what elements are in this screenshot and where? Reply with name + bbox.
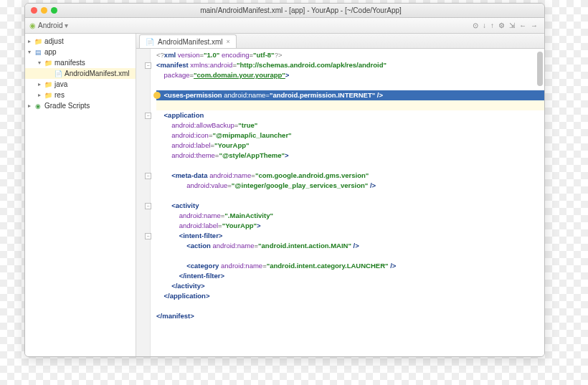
tree-item-androidmanifest-xml[interactable]: 📄AndroidManifest.xml: [25, 68, 136, 79]
code-line[interactable]: android:value="@integer/google_play_serv…: [156, 181, 544, 191]
fold-icon[interactable]: −: [145, 113, 151, 119]
close-tab-icon[interactable]: ×: [227, 38, 230, 45]
code-line[interactable]: [156, 80, 544, 90]
tree-arrow-icon[interactable]: ▸: [38, 81, 44, 87]
code-line[interactable]: − <activity: [156, 201, 544, 211]
fold-icon[interactable]: −: [145, 173, 151, 179]
tree-item-label: manifests: [54, 59, 85, 67]
tree-item-manifests[interactable]: ▾📁manifests: [25, 57, 136, 68]
window-title: main/AndroidManifest.xml - [app] - YourA…: [63, 6, 539, 14]
module-icon: ▤: [34, 48, 42, 56]
project-view-selector[interactable]: ◉ Android ▾: [29, 22, 68, 29]
tree-item-label: Gradle Scripts: [44, 102, 90, 110]
tree-item-app[interactable]: ▾▤app: [25, 47, 136, 57]
folder-icon: 📁: [44, 91, 52, 99]
code-line[interactable]: android:label="YourApp">: [156, 221, 544, 231]
tree-item-label: AndroidManifest.xml: [65, 70, 130, 77]
code-line[interactable]: [156, 161, 544, 171]
file-icon: 📄: [146, 38, 154, 46]
code-line[interactable]: − <meta-data android:name="com.google.an…: [156, 171, 544, 181]
minimize-button[interactable]: [41, 7, 47, 14]
tree-item-label: app: [44, 48, 57, 56]
scrollbar-thumb[interactable]: [537, 52, 543, 86]
folder-icon: 📁: [44, 80, 52, 88]
toolbar-icon[interactable]: →: [531, 22, 538, 29]
folder-icon: 📁: [34, 37, 42, 45]
code-line[interactable]: <uses-permission android:name="android.p…: [156, 90, 544, 100]
gradle-icon: ◉: [34, 102, 42, 110]
code-line[interactable]: −<manifest xmlns:android="http://schemas…: [156, 60, 544, 70]
fold-icon[interactable]: −: [145, 62, 151, 69]
android-icon: ◉: [29, 22, 36, 29]
tab-label: AndroidManifest.xml: [158, 38, 223, 46]
chevron-down-icon: ▾: [65, 22, 68, 29]
tree-arrow-icon[interactable]: ▸: [28, 38, 34, 44]
toolbar-icon[interactable]: ⚙: [498, 22, 505, 29]
code-line[interactable]: android:name=".MainActivity": [156, 211, 544, 221]
code-line[interactable]: android:theme="@style/AppTheme">: [156, 151, 544, 161]
fold-icon[interactable]: −: [145, 233, 151, 239]
fold-icon[interactable]: −: [145, 203, 151, 209]
tree-item-java[interactable]: ▸📁java: [25, 79, 136, 90]
code-line[interactable]: android:allowBackup="true": [156, 120, 544, 130]
code-line[interactable]: android:label="YourApp": [156, 141, 544, 151]
code-line[interactable]: − <application: [156, 110, 544, 120]
tree-item-adjust[interactable]: ▸📁adjust: [25, 36, 136, 47]
code-line[interactable]: <category android:name="android.intent.c…: [156, 261, 544, 271]
project-tree[interactable]: ▸📁adjust▾▤app▾📁manifests📄AndroidManifest…: [25, 34, 136, 356]
window-titlebar[interactable]: main/AndroidManifest.xml - [app] - YourA…: [25, 4, 544, 18]
ide-window: main/AndroidManifest.xml - [app] - YourA…: [24, 3, 545, 357]
tree-arrow-icon[interactable]: ▸: [38, 92, 44, 98]
code-line[interactable]: [156, 301, 544, 311]
code-line[interactable]: − <intent-filter>: [156, 231, 544, 241]
editor-tab[interactable]: 📄 AndroidManifest.xml ×: [139, 34, 237, 48]
code-line[interactable]: <action android:name="android.intent.act…: [156, 241, 544, 251]
code-line[interactable]: </intent-filter>: [156, 271, 544, 281]
code-line[interactable]: android:icon="@mipmap/ic_launcher": [156, 130, 544, 141]
close-button[interactable]: [31, 7, 37, 14]
tree-item-label: java: [54, 80, 67, 88]
lightbulb-icon[interactable]: [153, 92, 161, 99]
editor-pane: 📄 AndroidManifest.xml × <?xml version="1…: [136, 34, 544, 356]
code-line[interactable]: [156, 100, 544, 110]
toolbar-icon[interactable]: ↓: [483, 22, 486, 29]
project-view-label: Android: [38, 22, 62, 29]
code-line[interactable]: <?xml version="1.0" encoding="utf-8"?>: [156, 50, 544, 60]
tree-item-label: res: [54, 91, 65, 99]
code-line[interactable]: </activity>: [156, 281, 544, 291]
editor-tabbar: 📄 AndroidManifest.xml ×: [136, 34, 544, 49]
toolbar-icon[interactable]: ⊙: [473, 22, 478, 29]
tree-arrow-icon[interactable]: ▸: [28, 103, 34, 109]
toolbar-icon[interactable]: ⇲: [509, 22, 515, 29]
tree-arrow-icon[interactable]: ▾: [28, 49, 34, 55]
file-icon: 📄: [54, 70, 62, 77]
tree-arrow-icon[interactable]: ▾: [38, 60, 44, 66]
maximize-button[interactable]: [51, 7, 57, 14]
folder-icon: 📁: [44, 59, 52, 67]
toolbar-icons: ⊙↓↑⚙⇲←→: [470, 22, 540, 29]
code-line[interactable]: </application>: [156, 291, 544, 301]
traffic-lights: [31, 7, 57, 14]
tree-item-label: adjust: [44, 37, 64, 45]
code-line[interactable]: [156, 251, 544, 261]
code-line[interactable]: </manifest>: [156, 311, 544, 321]
tree-item-gradle-scripts[interactable]: ▸◉Gradle Scripts: [25, 100, 136, 111]
scrollbar-vertical[interactable]: [537, 52, 543, 347]
toolbar-icon[interactable]: ↑: [490, 22, 494, 29]
code-area[interactable]: <?xml version="1.0" encoding="utf-8"?>−<…: [151, 49, 544, 356]
tree-item-res[interactable]: ▸📁res: [25, 90, 136, 100]
toolbar-icon[interactable]: ←: [519, 22, 526, 29]
project-toolbar: ◉ Android ▾ ⊙↓↑⚙⇲←→: [25, 18, 544, 34]
code-line[interactable]: package="com.domain.your.yourapp">: [156, 70, 544, 80]
code-line[interactable]: [156, 191, 544, 201]
